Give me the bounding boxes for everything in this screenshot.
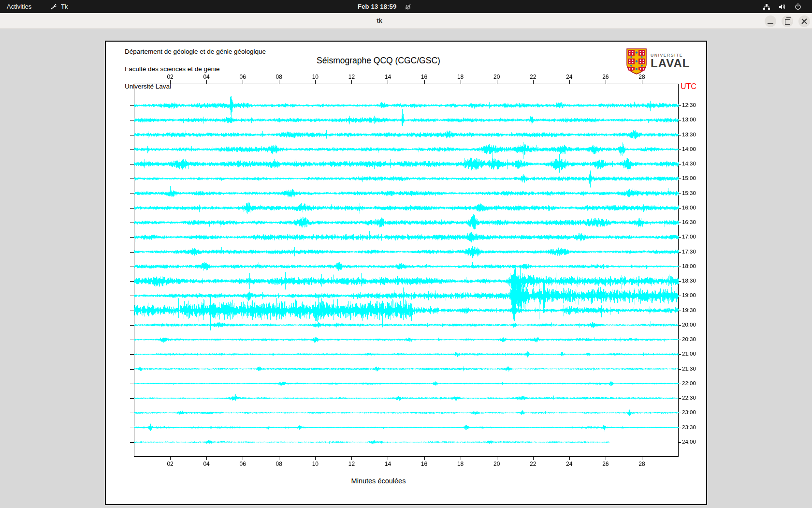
x-tick-label-bottom: 10 bbox=[305, 461, 325, 467]
laval-shield-icon bbox=[626, 48, 647, 75]
x-tick-label-top: 08 bbox=[269, 74, 289, 80]
utc-row-label: 20:00 bbox=[682, 322, 696, 328]
x-tick-label-bottom: 28 bbox=[632, 461, 652, 467]
power-icon bbox=[794, 3, 802, 11]
utc-row-label: 21:30 bbox=[682, 366, 696, 372]
x-tick-label-bottom: 06 bbox=[233, 461, 252, 467]
tk-root-window: Département de géologie et de génie géol… bbox=[0, 29, 812, 508]
x-tick-label-bottom: 14 bbox=[378, 461, 397, 467]
utc-row-label: 23:30 bbox=[682, 424, 696, 430]
tk-feather-icon bbox=[50, 3, 58, 10]
utc-row-label: 16:30 bbox=[682, 219, 696, 225]
bell-slash-icon bbox=[404, 3, 412, 11]
x-tick-label-bottom: 02 bbox=[160, 461, 180, 467]
x-tick-label-top: 22 bbox=[523, 74, 543, 80]
x-tick-label-top: 04 bbox=[197, 74, 216, 80]
utc-row-label: 24:00 bbox=[682, 439, 696, 445]
x-tick-label-top: 24 bbox=[560, 74, 579, 80]
utc-row-label: 14:30 bbox=[682, 161, 696, 166]
logo-laval: LAVAL bbox=[651, 58, 690, 69]
utc-row-label: 18:30 bbox=[682, 278, 696, 284]
utc-row-label: 13:00 bbox=[682, 117, 696, 122]
clock-text: Feb 13 18:59 bbox=[358, 3, 396, 10]
utc-row-label: 17:30 bbox=[682, 249, 696, 254]
window-title: tk bbox=[358, 13, 401, 29]
utc-row-label: 17:00 bbox=[682, 234, 696, 239]
seismogram-canvas bbox=[126, 76, 686, 468]
utc-row-label: 22:30 bbox=[682, 395, 696, 401]
x-tick-label-top: 16 bbox=[415, 74, 434, 80]
x-tick-label-top: 10 bbox=[305, 74, 325, 80]
utc-axis-label: UTC bbox=[681, 82, 696, 91]
focused-app-indicator[interactable]: Tk bbox=[50, 0, 68, 13]
laval-logo-text: UNIVERSITÉ LAVAL bbox=[651, 48, 690, 69]
utc-row-label: 20:30 bbox=[682, 336, 696, 342]
universite-laval-logo: UNIVERSITÉ LAVAL bbox=[626, 48, 690, 75]
plot-title: Séismographe QCQ (CGC/GSC) bbox=[282, 56, 475, 66]
x-tick-label-top: 20 bbox=[487, 74, 507, 80]
system-status-area[interactable] bbox=[763, 0, 802, 13]
x-tick-label-top: 12 bbox=[342, 74, 361, 80]
minimize-button[interactable] bbox=[765, 15, 776, 27]
utc-row-label: 13:30 bbox=[682, 132, 696, 137]
speaker-icon bbox=[778, 3, 786, 11]
window-titlebar[interactable]: tk bbox=[0, 13, 812, 29]
x-tick-label-bottom: 18 bbox=[451, 461, 470, 467]
desktop-screen: Activities Tk Feb 13 18:59 bbox=[0, 0, 812, 508]
x-tick-label-bottom: 12 bbox=[342, 461, 361, 467]
x-tick-label-bottom: 16 bbox=[415, 461, 434, 467]
x-tick-label-top: 26 bbox=[596, 74, 615, 80]
x-tick-label-top: 14 bbox=[378, 74, 397, 80]
maximize-icon bbox=[785, 19, 790, 25]
x-tick-label-top: 06 bbox=[233, 74, 252, 80]
x-tick-label-bottom: 22 bbox=[523, 461, 543, 467]
x-tick-label-top: 28 bbox=[632, 74, 652, 80]
x-tick-label-top: 18 bbox=[451, 74, 470, 80]
utc-row-label: 14:00 bbox=[682, 146, 696, 152]
x-tick-label-bottom: 04 bbox=[197, 461, 216, 467]
clock-button[interactable]: Feb 13 18:59 bbox=[358, 0, 412, 13]
utc-row-label: 15:00 bbox=[682, 175, 696, 181]
x-tick-label-bottom: 24 bbox=[560, 461, 579, 467]
x-tick-label-bottom: 20 bbox=[487, 461, 507, 467]
seismograph-window: Département de géologie et de génie géol… bbox=[105, 41, 707, 505]
utc-row-label: 21:00 bbox=[682, 351, 696, 357]
utc-row-label: 23:00 bbox=[682, 409, 696, 415]
x-axis-title: Minutes écoulées bbox=[330, 477, 427, 485]
x-tick-label-top: 02 bbox=[160, 74, 180, 80]
header-line-2: Faculté des sciences et de génie bbox=[125, 65, 220, 73]
gnome-top-bar: Activities Tk Feb 13 18:59 bbox=[0, 0, 812, 13]
utc-row-label: 16:00 bbox=[682, 205, 696, 210]
close-button[interactable] bbox=[798, 15, 810, 27]
x-tick-label-bottom: 08 bbox=[269, 461, 289, 467]
utc-row-label: 22:00 bbox=[682, 380, 696, 386]
minimize-icon bbox=[768, 23, 773, 24]
utc-row-label: 15:30 bbox=[682, 190, 696, 196]
maximize-button[interactable] bbox=[782, 15, 793, 27]
utc-row-label: 18:00 bbox=[682, 263, 696, 269]
activities-button[interactable]: Activities bbox=[7, 0, 31, 13]
network-tree-icon bbox=[763, 3, 770, 11]
utc-row-label: 12:30 bbox=[682, 102, 696, 108]
focused-app-name: Tk bbox=[61, 0, 68, 13]
utc-row-label: 19:00 bbox=[682, 292, 696, 298]
header-line-1: Département de géologie et de génie géol… bbox=[125, 48, 266, 55]
utc-row-label: 19:30 bbox=[682, 307, 696, 313]
x-tick-label-bottom: 26 bbox=[596, 461, 615, 467]
